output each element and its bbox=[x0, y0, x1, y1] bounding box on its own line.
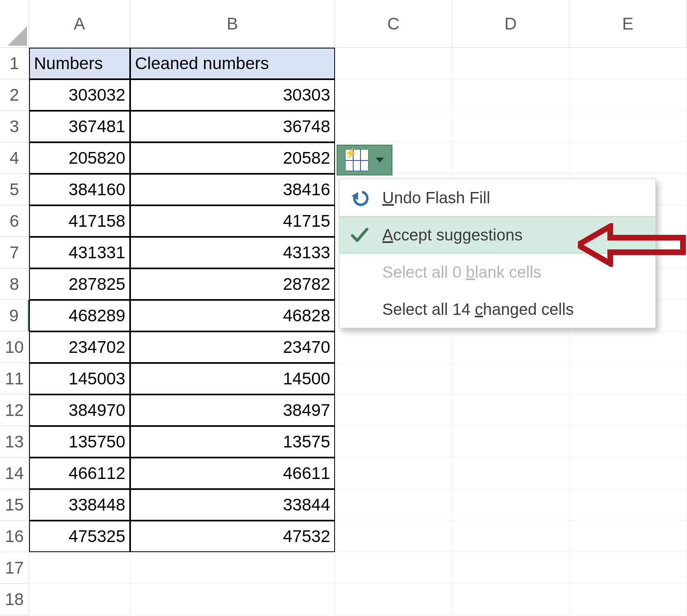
cell-B1[interactable]: Cleaned numbers bbox=[130, 48, 335, 79]
menu-item-undo[interactable]: Undo Flash Fill bbox=[339, 179, 655, 216]
cell-B12[interactable]: 38497 bbox=[130, 394, 335, 426]
cell-A13[interactable]: 135750 bbox=[29, 426, 130, 458]
menu-item-changed[interactable]: Select all 14 changed cells bbox=[339, 291, 655, 328]
cell-E2[interactable] bbox=[569, 79, 687, 111]
cell-E17[interactable] bbox=[569, 552, 687, 584]
cell-A11[interactable]: 145003 bbox=[29, 363, 130, 394]
row-header-2[interactable]: 2 bbox=[0, 79, 29, 111]
cell-B8[interactable]: 28782 bbox=[130, 268, 335, 300]
cell-D13[interactable] bbox=[452, 426, 569, 458]
cell-C15[interactable] bbox=[335, 489, 452, 521]
cell-C14[interactable] bbox=[335, 458, 452, 489]
cell-B14[interactable]: 46611 bbox=[130, 458, 335, 489]
column-header-C[interactable]: C bbox=[335, 0, 452, 48]
cell-B18[interactable] bbox=[130, 584, 335, 615]
column-header-D[interactable]: D bbox=[452, 0, 569, 48]
cell-A12[interactable]: 384970 bbox=[29, 394, 130, 426]
cell-C3[interactable] bbox=[335, 111, 452, 142]
cell-E3[interactable] bbox=[569, 111, 687, 142]
row-header-7[interactable]: 7 bbox=[0, 237, 29, 268]
cell-A10[interactable]: 234702 bbox=[29, 331, 130, 363]
column-header-A[interactable]: A bbox=[29, 0, 130, 48]
column-header-E[interactable]: E bbox=[569, 0, 687, 48]
cell-C13[interactable] bbox=[335, 426, 452, 458]
row-header-13[interactable]: 13 bbox=[0, 426, 29, 458]
cell-D18[interactable] bbox=[452, 584, 569, 615]
cell-D14[interactable] bbox=[452, 458, 569, 489]
cell-B9[interactable]: 46828 bbox=[130, 300, 335, 331]
row-header-5[interactable]: 5 bbox=[0, 174, 29, 205]
cell-D17[interactable] bbox=[452, 552, 569, 584]
cell-D2[interactable] bbox=[452, 79, 569, 111]
cell-D3[interactable] bbox=[452, 111, 569, 142]
row-header-1[interactable]: 1 bbox=[0, 48, 29, 79]
cell-C2[interactable] bbox=[335, 79, 452, 111]
row-header-17[interactable]: 17 bbox=[0, 552, 29, 584]
cell-A4[interactable]: 205820 bbox=[29, 142, 130, 174]
cell-A14[interactable]: 466112 bbox=[29, 458, 130, 489]
cell-B11[interactable]: 14500 bbox=[130, 363, 335, 394]
cell-C11[interactable] bbox=[335, 363, 452, 394]
cell-B7[interactable]: 43133 bbox=[130, 237, 335, 268]
cell-B13[interactable]: 13575 bbox=[130, 426, 335, 458]
row-header-6[interactable]: 6 bbox=[0, 205, 29, 237]
row-header-8[interactable]: 8 bbox=[0, 268, 29, 300]
cell-B2[interactable]: 30303 bbox=[130, 79, 335, 111]
cell-E16[interactable] bbox=[569, 521, 687, 552]
cell-B16[interactable]: 47532 bbox=[130, 521, 335, 552]
row-header-11[interactable]: 11 bbox=[0, 363, 29, 394]
cell-C1[interactable] bbox=[335, 48, 452, 79]
cell-B3[interactable]: 36748 bbox=[130, 111, 335, 142]
cell-D16[interactable] bbox=[452, 521, 569, 552]
cell-E14[interactable] bbox=[569, 458, 687, 489]
select-all-corner[interactable] bbox=[0, 0, 29, 48]
cell-B15[interactable]: 33844 bbox=[130, 489, 335, 521]
row-header-9[interactable]: 9 bbox=[0, 300, 29, 331]
column-header-B[interactable]: B bbox=[130, 0, 335, 48]
cell-B4[interactable]: 20582 bbox=[130, 142, 335, 174]
cell-A16[interactable]: 475325 bbox=[29, 521, 130, 552]
cell-D1[interactable] bbox=[452, 48, 569, 79]
cell-A5[interactable]: 384160 bbox=[29, 174, 130, 205]
cell-A3[interactable]: 367481 bbox=[29, 111, 130, 142]
row-header-18[interactable]: 18 bbox=[0, 584, 29, 615]
cell-E13[interactable] bbox=[569, 426, 687, 458]
cell-E11[interactable] bbox=[569, 363, 687, 394]
row-header-15[interactable]: 15 bbox=[0, 489, 29, 521]
cell-A6[interactable]: 417158 bbox=[29, 205, 130, 237]
cell-C12[interactable] bbox=[335, 394, 452, 426]
cell-B6[interactable]: 41715 bbox=[130, 205, 335, 237]
cell-E4[interactable] bbox=[569, 142, 687, 174]
cell-E18[interactable] bbox=[569, 584, 687, 615]
cell-C17[interactable] bbox=[335, 552, 452, 584]
cell-E1[interactable] bbox=[569, 48, 687, 79]
cell-C10[interactable] bbox=[335, 331, 452, 363]
row-header-10[interactable]: 10 bbox=[0, 331, 29, 363]
row-header-4[interactable]: 4 bbox=[0, 142, 29, 174]
cell-E12[interactable] bbox=[569, 394, 687, 426]
cell-A15[interactable]: 338448 bbox=[29, 489, 130, 521]
cell-D15[interactable] bbox=[452, 489, 569, 521]
cell-C16[interactable] bbox=[335, 521, 452, 552]
cell-A9[interactable]: 468289 bbox=[29, 300, 130, 331]
cell-B10[interactable]: 23470 bbox=[130, 331, 335, 363]
cell-E10[interactable] bbox=[569, 331, 687, 363]
row-header-12[interactable]: 12 bbox=[0, 394, 29, 426]
cell-A8[interactable]: 287825 bbox=[29, 268, 130, 300]
cell-C18[interactable] bbox=[335, 584, 452, 615]
row-header-16[interactable]: 16 bbox=[0, 521, 29, 552]
cell-D4[interactable] bbox=[452, 142, 569, 174]
cell-B17[interactable] bbox=[130, 552, 335, 584]
cell-B5[interactable]: 38416 bbox=[130, 174, 335, 205]
cell-A18[interactable] bbox=[29, 584, 130, 615]
menu-item-accept[interactable]: Accept suggestions bbox=[339, 216, 655, 253]
flash-fill-smart-tag[interactable]: ⚡ bbox=[337, 145, 392, 175]
cell-D12[interactable] bbox=[452, 394, 569, 426]
cell-A1[interactable]: Numbers bbox=[29, 48, 130, 79]
cell-D11[interactable] bbox=[452, 363, 569, 394]
row-header-14[interactable]: 14 bbox=[0, 458, 29, 489]
cell-E15[interactable] bbox=[569, 489, 687, 521]
cell-D10[interactable] bbox=[452, 331, 569, 363]
row-header-3[interactable]: 3 bbox=[0, 111, 29, 142]
cell-A17[interactable] bbox=[29, 552, 130, 584]
